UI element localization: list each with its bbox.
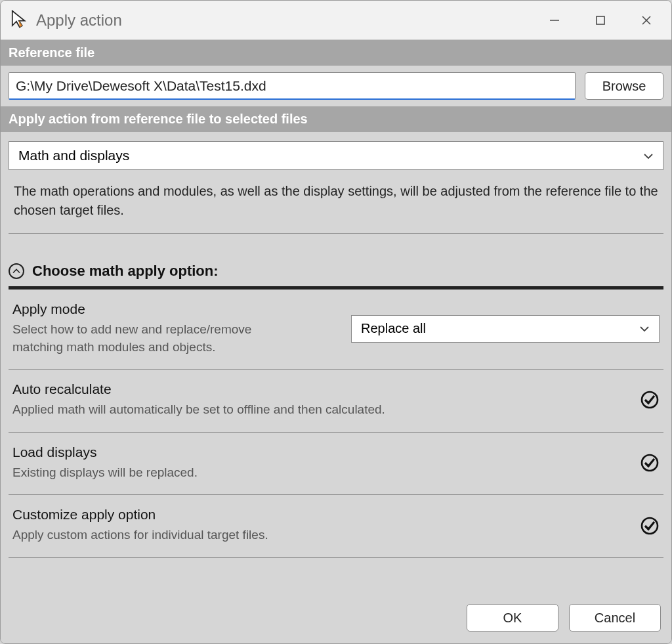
dialog-footer: OK Cancel <box>1 595 671 643</box>
dropdown-value: Math and displays <box>18 148 129 163</box>
math-options-section: Choose math apply option: Apply mode Sel… <box>9 263 663 558</box>
customize-sub: Apply custom actions for individual targ… <box>12 526 624 544</box>
load-displays-toggle[interactable] <box>640 453 660 473</box>
window-title: Apply action <box>36 11 528 30</box>
apply-mode-title: Apply mode <box>12 301 335 317</box>
titlebar: Apply action <box>1 1 671 40</box>
svg-point-6 <box>642 518 658 534</box>
minimize-button[interactable] <box>535 6 574 35</box>
auto-recalc-toggle[interactable] <box>640 390 660 410</box>
math-options-header[interactable]: Choose math apply option: <box>9 263 663 290</box>
option-auto-recalc: Auto recalculate Applied math will autom… <box>9 370 663 433</box>
section-header-apply: Apply action from reference file to sele… <box>1 106 671 132</box>
dialog-body: Math and displays The math operations an… <box>1 132 671 595</box>
svg-rect-1 <box>597 16 604 24</box>
browse-button[interactable]: Browse <box>585 72 663 100</box>
dialog-window: Apply action Reference file Browse Apply… <box>0 0 672 644</box>
reference-file-row: Browse <box>1 66 671 106</box>
option-apply-mode: Apply mode Select how to add new and rep… <box>9 290 663 370</box>
customize-toggle[interactable] <box>640 516 660 536</box>
svg-point-4 <box>642 392 658 408</box>
apply-mode-sub: Select how to add new and replace/remove… <box>12 321 262 356</box>
apply-mode-select[interactable]: Replace all <box>351 315 660 343</box>
load-displays-sub: Existing displays will be replaced. <box>12 464 624 482</box>
auto-recalc-sub: Applied math will automatically be set t… <box>12 401 624 419</box>
load-displays-title: Load displays <box>12 444 624 460</box>
close-button[interactable] <box>627 6 666 35</box>
ok-button[interactable]: OK <box>467 604 558 632</box>
section-header-reference: Reference file <box>1 40 671 66</box>
chevron-up-circle-icon <box>9 263 24 279</box>
chevron-down-icon <box>639 321 650 336</box>
maximize-button[interactable] <box>581 6 620 35</box>
action-type-dropdown[interactable]: Math and displays <box>9 141 663 170</box>
chevron-down-icon <box>643 148 654 163</box>
svg-point-5 <box>642 455 658 471</box>
cancel-button[interactable]: Cancel <box>569 604 661 632</box>
option-load-displays: Load displays Existing displays will be … <box>9 433 663 496</box>
cursor-icon <box>10 9 30 32</box>
option-customize: Customize apply option Apply custom acti… <box>9 495 663 558</box>
apply-mode-value: Replace all <box>361 321 426 336</box>
customize-title: Customize apply option <box>12 507 624 523</box>
auto-recalc-title: Auto recalculate <box>12 381 624 397</box>
math-options-title: Choose math apply option: <box>32 263 219 280</box>
action-description: The math operations and modules, as well… <box>9 170 663 234</box>
reference-path-input[interactable] <box>9 72 576 100</box>
